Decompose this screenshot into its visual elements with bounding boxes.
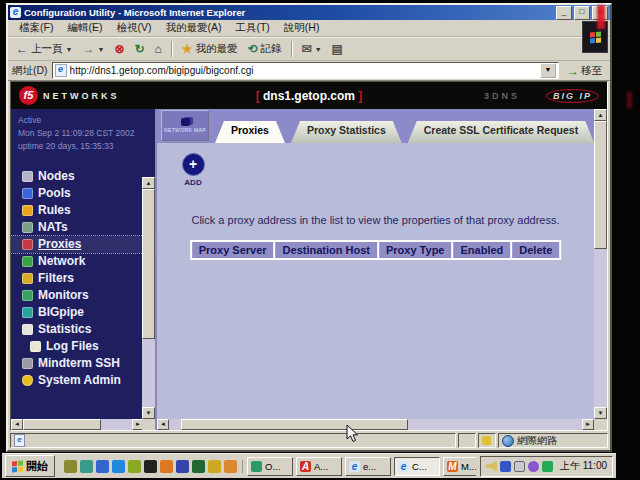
volume-icon[interactable] <box>486 461 497 472</box>
sidebar-item-nats[interactable]: NATs <box>11 219 155 236</box>
tab-proxy-statistics[interactable]: Proxy Statistics <box>291 121 402 143</box>
network-map-button[interactable]: NETWORK MAP <box>161 110 209 141</box>
menu-file[interactable]: 檔案(F) <box>13 20 59 36</box>
scrollbar-thumb[interactable] <box>23 419 101 430</box>
scrollbar-thumb[interactable] <box>181 419 408 430</box>
tray-app-icon[interactable] <box>528 461 539 472</box>
column-header-proxy-server[interactable]: Proxy Server <box>192 242 274 258</box>
menu-favorites[interactable]: 我的最愛(A) <box>159 20 227 36</box>
network-monitor-icon[interactable] <box>514 461 525 472</box>
forward-arrow-icon: → <box>82 43 94 55</box>
sidebar-item-system-admin[interactable]: System Admin <box>11 372 155 389</box>
refresh-button[interactable]: ↻ <box>130 39 148 59</box>
address-dropdown-icon[interactable]: ▼ <box>540 63 556 78</box>
mail-dropdown-icon[interactable]: ▼ <box>315 46 322 53</box>
stop-button[interactable]: ⊗ <box>110 39 128 59</box>
task-button-label: C... <box>412 461 427 472</box>
quicklaunch-icon-5[interactable] <box>128 460 141 473</box>
sidebar-item-proxies[interactable]: Proxies <box>11 236 155 253</box>
scrollbar-thumb[interactable] <box>142 189 155 339</box>
show-desktop-icon[interactable] <box>80 460 93 473</box>
minimize-button[interactable]: _ <box>556 6 572 20</box>
scroll-down-icon[interactable]: ▼ <box>594 407 607 419</box>
forward-button[interactable]: → ▼ <box>78 39 108 59</box>
sidebar-item-nodes[interactable]: Nodes <box>11 168 155 185</box>
instruction-text: Click a proxy address in the list to vie… <box>157 214 594 226</box>
go-arrow-icon: → <box>567 64 579 78</box>
add-plus-icon[interactable]: + <box>182 153 205 176</box>
column-header-enabled[interactable]: Enabled <box>453 242 510 258</box>
scroll-left-icon[interactable]: ◄ <box>11 419 23 430</box>
quicklaunch-icon-3[interactable] <box>96 460 109 473</box>
title-bar[interactable]: e Configuration Utility - Microsoft Inte… <box>8 5 610 20</box>
task-button-5[interactable]: M M... <box>443 457 476 476</box>
tab-create-ssl-certificate-request[interactable]: Create SSL Certificate Request <box>408 121 594 143</box>
sidebar-item-mindterm-ssh[interactable]: Mindterm SSH <box>11 355 155 372</box>
task-button-2[interactable]: A A... <box>296 457 342 476</box>
quicklaunch-icon-1[interactable] <box>64 460 77 473</box>
menu-tools[interactable]: 工具(T) <box>229 20 275 36</box>
maximize-button[interactable]: □ <box>574 6 590 20</box>
scroll-right-icon[interactable]: ► <box>582 419 594 430</box>
address-input[interactable]: e http://dns1.getop.com/bigipgui/bigconf… <box>52 62 559 79</box>
mail-button[interactable]: ✉ ▼ <box>298 39 326 59</box>
scroll-up-icon[interactable]: ▲ <box>594 109 607 121</box>
history-button[interactable]: ⟲ 記錄 <box>244 39 286 59</box>
sidebar-item-rules[interactable]: Rules <box>11 202 155 219</box>
back-button[interactable]: ← 上一頁 ▼ <box>12 39 76 59</box>
sidebar-item-label: NATs <box>38 220 68 234</box>
sidebar-horizontal-scrollbar[interactable]: ◄ ► <box>11 419 144 430</box>
menu-help[interactable]: 說明(H) <box>278 20 326 36</box>
sidebar-item-network[interactable]: Network <box>11 253 155 270</box>
favorites-button[interactable]: ★ 我的最愛 <box>178 39 242 59</box>
address-url[interactable]: http://dns1.getop.com/bigipgui/bigconf.c… <box>70 65 537 76</box>
scrollbar-thumb[interactable] <box>594 121 607 249</box>
sidebar-item-label: Rules <box>38 203 71 217</box>
go-button[interactable]: → 移至 <box>563 64 606 78</box>
column-header-destination-host[interactable]: Destination Host <box>276 242 377 258</box>
scroll-down-icon[interactable]: ▼ <box>142 407 155 419</box>
sidebar-item-statistics[interactable]: Statistics <box>11 321 155 338</box>
column-header-delete[interactable]: Delete <box>512 242 559 258</box>
nats-icon <box>22 222 33 233</box>
sidebar-item-filters[interactable]: Filters <box>11 270 155 287</box>
input-method-flag-icon[interactable] <box>500 461 511 472</box>
scrollbar-corner <box>142 419 155 430</box>
sidebar-item-monitors[interactable]: Monitors <box>11 287 155 304</box>
print-button[interactable]: ▤ <box>328 39 347 59</box>
home-button[interactable]: ⌂ <box>151 39 166 59</box>
ie-launch-icon[interactable] <box>112 460 125 473</box>
quicklaunch-icon-9[interactable] <box>192 460 205 473</box>
sidebar-item-bigpipe[interactable]: BIGpipe <box>11 304 155 321</box>
column-header-proxy-type[interactable]: Proxy Type <box>379 242 452 258</box>
main-frame: NETWORK MAP Proxies Proxy Statistics Cre… <box>157 109 607 430</box>
f5-site-header: f5 NETWORKS [ dns1.getop.com ] 3DNS BIG … <box>11 82 607 109</box>
sidebar-item-pools[interactable]: Pools <box>11 185 155 202</box>
main-horizontal-scrollbar[interactable]: ◄ ► <box>157 419 594 430</box>
scroll-up-icon[interactable]: ▲ <box>142 177 155 189</box>
scroll-left-icon[interactable]: ◄ <box>157 419 169 430</box>
taskbar-clock[interactable]: 上午 11:00 <box>560 459 607 473</box>
quicklaunch-icon-6[interactable] <box>144 460 157 473</box>
status-pane-small <box>478 433 496 448</box>
task-button-configuration-utility[interactable]: e C... <box>394 457 440 476</box>
status-bar: e 網際網路 <box>10 433 608 448</box>
quicklaunch-icon-7[interactable] <box>160 460 173 473</box>
add-proxy-button[interactable]: + ADD <box>171 153 215 187</box>
main-vertical-scrollbar[interactable]: ▲ ▼ <box>594 109 607 419</box>
task-button-1[interactable]: O... <box>247 457 293 476</box>
quicklaunch-icon-8[interactable] <box>176 460 189 473</box>
task-button-3[interactable]: e e... <box>345 457 391 476</box>
quicklaunch-icon-11[interactable] <box>224 460 237 473</box>
tray-app-icon-2[interactable] <box>542 461 553 472</box>
sidebar-vertical-scrollbar[interactable]: ▲ ▼ <box>142 177 155 419</box>
back-dropdown-icon[interactable]: ▼ <box>66 46 73 53</box>
tab-proxies[interactable]: Proxies <box>215 121 285 143</box>
system-status-block: Active Mon Sep 2 11:09:28 CST 2002 uptim… <box>11 109 155 154</box>
menu-edit[interactable]: 編輯(E) <box>61 20 108 36</box>
start-button[interactable]: 開始 <box>5 455 55 477</box>
quicklaunch-icon-10[interactable] <box>208 460 221 473</box>
menu-view[interactable]: 檢視(V) <box>110 20 157 36</box>
sidebar-item-log-files[interactable]: Log Files <box>11 338 155 355</box>
forward-dropdown-icon[interactable]: ▼ <box>97 46 104 53</box>
